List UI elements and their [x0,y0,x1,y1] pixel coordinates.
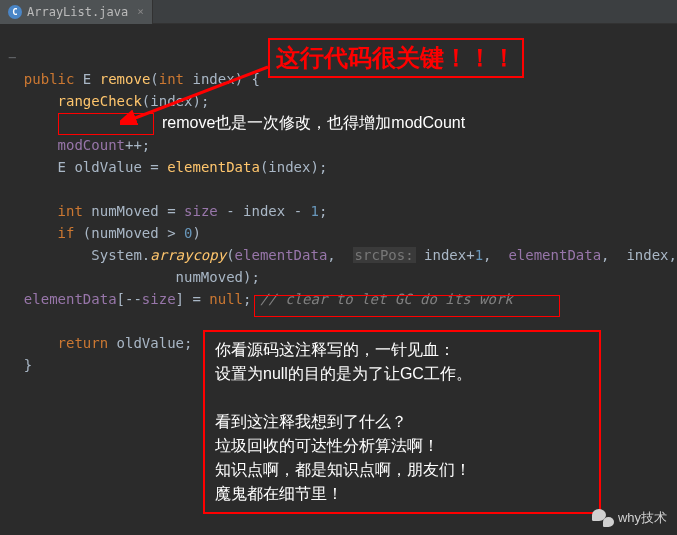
annotation-remove: remove也是一次修改，也得增加modCount [162,113,465,134]
method-remove: remove [100,71,151,87]
arg-index2: index [268,159,310,175]
java-class-icon: C [8,5,22,19]
tab-filename: ArrayList.java [27,5,128,19]
literal-1: 1 [311,203,319,219]
keyword-int: int [159,71,184,87]
fold-icon[interactable]: − [0,46,24,68]
literal-0: 0 [184,225,192,241]
field-size2: size [142,291,176,307]
arg-index4: index [626,247,668,263]
arg-elementData1: elementData [235,247,328,263]
keyword-if: if [58,225,75,241]
watermark-text: why技术 [618,509,667,527]
callout-commentary: 你看源码这注释写的，一针见血： 设置为null的目的是为了让GC工作。 看到这注… [203,330,601,514]
class-System: System [91,247,142,263]
var-oldValue: oldValue [74,159,141,175]
keyword-public: public [24,71,75,87]
call-arraycopy: arraycopy [150,247,226,263]
wechat-icon [592,509,614,527]
literal-1b: 1 [475,247,483,263]
comment-gc: // clear to let GC do its work [260,291,513,307]
ret-oldValue: oldValue [117,335,184,351]
arg-numMoved: numMoved [176,269,243,285]
file-tab[interactable]: C ArrayList.java × [0,0,153,24]
type-E2: E [58,159,66,175]
field-size: size [184,203,218,219]
keyword-null: null [209,291,243,307]
callout-critical-line: 这行代码很关键！！！ [268,38,524,78]
keyword-int2: int [58,203,83,219]
close-icon[interactable]: × [137,5,144,18]
cond-numMoved: numMoved [91,225,158,241]
call-elementData: elementData [167,159,260,175]
call-rangeCheck: rangeCheck [58,93,142,109]
type-E: E [83,71,91,87]
arg-index: index [150,93,192,109]
var-index: index [243,203,285,219]
tab-bar: C ArrayList.java × [0,0,677,24]
param-index: index [192,71,234,87]
keyword-return: return [58,335,109,351]
gutter: − [0,34,24,398]
watermark: why技术 [592,509,667,527]
var-numMoved: numMoved [91,203,158,219]
hint-srcPos: srcPos: [353,247,416,263]
arg-index3: index [424,247,466,263]
op-plusplus: ++ [125,137,142,153]
field-modCount: modCount [58,137,125,153]
arg-elementData2: elementData [508,247,601,263]
field-elementData: elementData [24,291,117,307]
